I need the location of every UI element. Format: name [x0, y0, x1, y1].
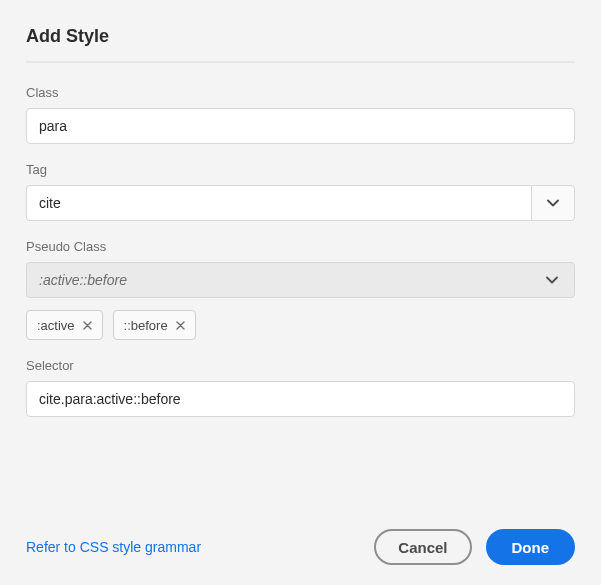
pseudo-tag: ::before — [113, 310, 196, 340]
divider — [26, 61, 575, 63]
pseudo-field-group: Pseudo Class :active::before — [26, 239, 575, 298]
done-button[interactable]: Done — [486, 529, 576, 565]
tag-label: Tag — [26, 162, 575, 177]
tag-field-group: Tag — [26, 162, 575, 221]
tag-label: :active — [37, 318, 75, 333]
chevron-down-icon — [530, 276, 574, 284]
pseudo-tag: :active — [26, 310, 103, 340]
pseudo-dropdown[interactable]: :active::before — [26, 262, 575, 298]
pseudo-value: :active::before — [27, 272, 530, 288]
class-input[interactable] — [26, 108, 575, 144]
cancel-button[interactable]: Cancel — [374, 529, 471, 565]
class-label: Class — [26, 85, 575, 100]
dialog-footer: Refer to CSS style grammar Cancel Done — [26, 509, 575, 565]
selector-input[interactable] — [26, 381, 575, 417]
chevron-down-icon — [547, 199, 559, 207]
grammar-link[interactable]: Refer to CSS style grammar — [26, 539, 201, 555]
selector-label: Selector — [26, 358, 575, 373]
class-field-group: Class — [26, 85, 575, 144]
close-icon[interactable] — [176, 321, 185, 330]
tag-dropdown-button[interactable] — [531, 185, 575, 221]
dialog-title: Add Style — [26, 26, 575, 47]
pseudo-label: Pseudo Class — [26, 239, 575, 254]
close-icon[interactable] — [83, 321, 92, 330]
tag-input[interactable] — [26, 185, 531, 221]
selector-field-group: Selector — [26, 358, 575, 417]
tag-label: ::before — [124, 318, 168, 333]
pseudo-tags: :active ::before — [26, 310, 575, 340]
